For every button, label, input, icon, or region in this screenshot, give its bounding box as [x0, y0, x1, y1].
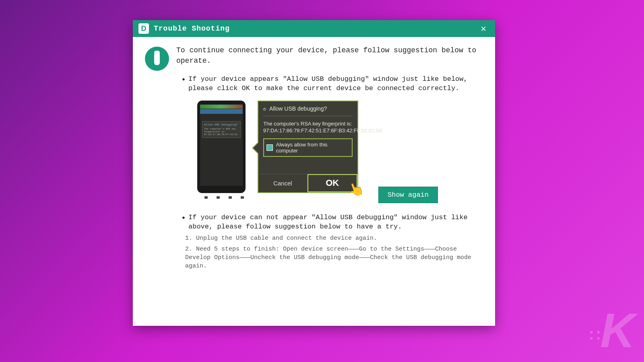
watermark-logo: :: K: [589, 302, 632, 358]
illustration: Allow USB debugging? The computer's RSA …: [197, 101, 483, 205]
step-1: 1. Unplug the USB cable and connect the …: [185, 234, 483, 243]
bullet-1-text: If your device appears "Allow USB debugg…: [188, 75, 483, 93]
bullet-2-text: If your device can not appear "Allow USB…: [188, 213, 483, 232]
checkbox-icon[interactable]: [266, 144, 273, 151]
info-icon: [145, 47, 169, 71]
show-again-button[interactable]: Show again: [378, 187, 438, 203]
dialog-content: To continue connecting your device, plea…: [133, 37, 495, 281]
phone-mockup: Allow USB debugging? The computer's RSA …: [197, 101, 246, 193]
usb-debugging-popup: Allow USB debugging? The computer's RSA …: [258, 101, 358, 193]
hand-cursor-icon: 👆: [346, 179, 366, 199]
popup-fingerprint: 97:DA:17:86:79:F7:42:51:E7:6F:B3:42:FF:0…: [263, 127, 353, 134]
close-icon[interactable]: ✕: [477, 23, 489, 34]
intro-text: To continue connecting your device, plea…: [176, 45, 483, 66]
bullet-icon: •: [181, 213, 184, 232]
popup-title: Allow USB debugging?: [263, 105, 353, 116]
ok-label: OK: [326, 178, 339, 188]
bullet-icon: •: [181, 75, 184, 93]
cancel-button[interactable]: Cancel: [258, 174, 308, 192]
app-icon: D: [138, 23, 149, 34]
titlebar: D Trouble Shooting ✕: [133, 20, 495, 37]
always-allow-label: Always allow from this computer: [276, 142, 349, 154]
always-allow-row[interactable]: Always allow from this computer: [263, 138, 353, 157]
watermark-letter: K: [600, 302, 632, 358]
step-2: 2. Need 5 steps to finish: Open device s…: [185, 245, 483, 270]
popup-body-label: The computer's RSA key fingerprint is:: [263, 120, 353, 128]
window-title: Trouble Shooting: [154, 25, 477, 33]
steps-list: 1. Unplug the USB cable and connect the …: [185, 234, 483, 270]
ok-button[interactable]: OK 👆: [308, 174, 358, 192]
troubleshooting-dialog: D Trouble Shooting ✕ To continue connect…: [133, 20, 495, 326]
